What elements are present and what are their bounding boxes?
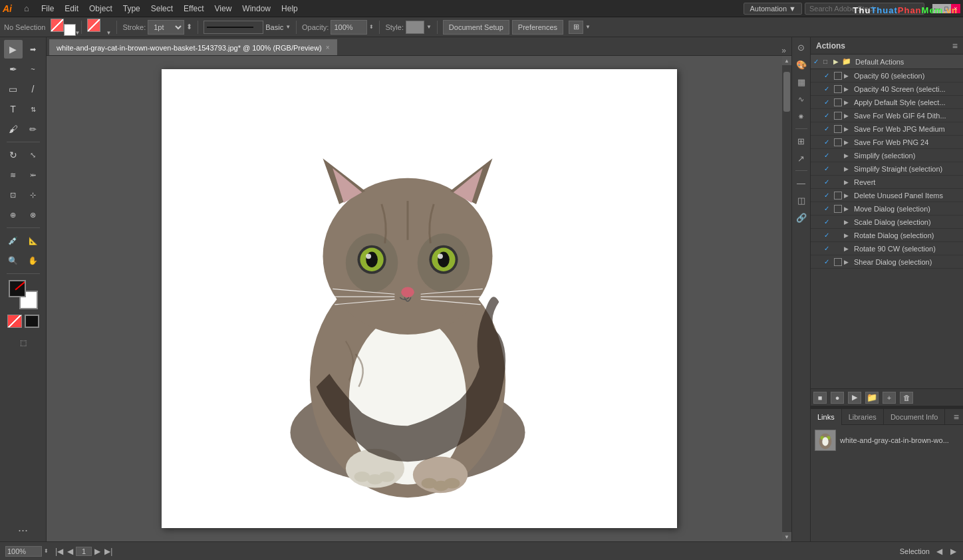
pen-tool[interactable]: ✒ [4,60,23,78]
menu-edit[interactable]: Edit [59,3,84,15]
link-item-0[interactable]: white-and-gray-cat-in-brown-wo... [813,428,960,453]
eyedropper-tool[interactable]: 💉 [4,231,23,250]
rotate-tool[interactable]: ↻ [4,146,23,164]
action-item-6[interactable]: ✓ ▶ Simplify (selection) [811,149,963,162]
home-icon[interactable]: ⌂ [17,0,36,18]
stop-action-button[interactable]: ■ [813,392,827,404]
selection-tool[interactable]: ▶ [4,40,23,59]
scroll-track[interactable] [782,65,791,532]
scroll-up-arrow[interactable]: ▲ [782,56,791,65]
color-swatches[interactable] [9,280,38,309]
fill-dropdown-icon[interactable]: ▼ [74,30,80,36]
action-item-14[interactable]: ✓ ▶ Shear Dialog (selection) [811,255,963,269]
pencil-tool[interactable]: ✏ [24,120,43,138]
stroke-panel-icon[interactable]: — [794,176,809,190]
prev-page-button[interactable]: ◀ [66,547,74,556]
brushes-icon[interactable]: ∿ [794,92,809,106]
play-action-button[interactable]: ▶ [848,392,861,404]
stroke-style-dropdown-icon[interactable]: ▼ [285,24,291,30]
record-action-button[interactable]: ● [831,392,844,404]
action-item-5[interactable]: ✓ ▶ Save For Web PNG 24 [811,136,963,149]
live-paint-tool[interactable]: ⊗ [24,206,43,224]
menu-select[interactable]: Select [146,3,178,15]
last-page-button[interactable]: ▶| [103,547,114,556]
type-tool[interactable]: T [4,100,23,118]
stroke-dropdown-icon[interactable]: ▼ [106,30,111,36]
symbols-icon[interactable]: ⁕ [794,109,809,124]
tab-close-icon[interactable]: × [326,44,330,51]
action-item-2[interactable]: ✓ ▶ Apply Default Style (select... [811,96,963,109]
action-item-3[interactable]: ✓ ▶ Save For Web GIF 64 Dith... [811,109,963,122]
stroke-up-down[interactable]: ⬍ [186,23,192,31]
menu-view[interactable]: View [209,3,237,15]
document-setup-button[interactable]: Document Setup [443,20,509,35]
line-tool[interactable]: / [24,80,43,98]
automation-button[interactable]: Automation ▼ [744,3,802,15]
menu-file[interactable]: File [36,3,59,15]
opacity-input[interactable] [331,20,367,35]
stroke-indicator[interactable] [25,315,39,328]
artboard-tool[interactable]: ⬚ [14,333,33,352]
action-item-0[interactable]: ✓ ▶ Opacity 60 (selection) [811,69,963,82]
fill-indicator[interactable] [7,315,22,328]
first-page-button[interactable]: |◀ [54,547,65,556]
rectangle-tool[interactable]: ▭ [4,80,23,98]
action-item-9[interactable]: ✓ ▶ Delete Unused Panel Items [811,189,963,202]
hand-tool[interactable]: ✋ [24,251,43,270]
gradient-icon[interactable]: ◫ [794,193,809,208]
action-item-13[interactable]: ✓ ▶ Rotate 90 CW (selection) [811,242,963,255]
action-item-12[interactable]: ✓ ▶ Rotate Dialog (selection) [811,229,963,242]
canvas-viewport[interactable] [47,56,791,541]
links-tab-docinfo[interactable]: Document Info [884,409,946,425]
action-item-7[interactable]: ✓ ▶ Simplify Straight (selection) [811,162,963,176]
direct-selection-tool[interactable]: ➡ [24,40,43,59]
transform-icon[interactable]: ↗ [794,151,809,166]
menu-window[interactable]: Window [237,3,276,15]
stroke-color-picker[interactable]: ▼ [87,19,108,36]
zoom-tool[interactable]: 🔍 [4,251,23,270]
stroke-weight-select[interactable]: 1pt [148,20,184,35]
shape-builder-tool[interactable]: ⊕ [4,206,23,224]
opacity-arrows[interactable]: ⬍ [369,24,374,30]
free-transform-tool[interactable]: ⊡ [4,186,23,204]
foreground-color-swatch[interactable] [9,280,26,297]
status-arrow-left[interactable]: ◀ [935,547,944,556]
links-tab-libraries[interactable]: Libraries [842,409,884,425]
tabs-collapse-icon[interactable]: » [779,46,789,55]
stroke-style-selector[interactable]: Basic ▼ [204,21,291,34]
scroll-thumb[interactable] [783,72,790,112]
arrange-icon[interactable]: ⊞ [569,21,583,34]
action-item-1[interactable]: ✓ ▶ Opacity 40 Screen (selecti... [811,82,963,96]
arrange-dropdown-icon[interactable]: ▼ [585,24,591,30]
paintbrush-tool[interactable]: 🖌 [4,120,23,138]
links-tab-links[interactable]: Links [811,409,842,425]
menu-object[interactable]: Object [84,3,118,15]
document-tab[interactable]: white-and-gray-cat-in-brown-woven-basket… [49,39,337,55]
preferences-button[interactable]: Preferences [512,20,563,35]
vertical-scrollbar[interactable]: ▲ ▼ [782,56,791,541]
action-item-11[interactable]: ✓ ▶ Scale Dialog (selection) [811,215,963,229]
new-action-button[interactable]: + [883,392,896,404]
align-icon[interactable]: ⊞ [794,134,809,148]
zoom-input[interactable] [5,546,42,557]
measure-tool[interactable]: 📐 [24,231,43,250]
menu-effect[interactable]: Effect [178,3,209,15]
fill-color-swatch[interactable] [51,19,64,32]
swatches-icon[interactable]: ▦ [794,74,809,89]
status-arrow-right[interactable]: ▶ [949,547,958,556]
next-page-button[interactable]: ▶ [93,547,102,556]
menu-help[interactable]: Help [276,3,303,15]
group-checkbox[interactable]: □ [823,58,831,65]
navigator-icon[interactable]: ⊙ [794,40,809,55]
touch-type-tool[interactable]: ⇅ [24,100,43,118]
action-item-8[interactable]: ✓ ▶ Revert [811,176,963,189]
more-tools-btn[interactable]: ··· [18,524,28,539]
links-icon[interactable]: 🔗 [794,210,809,225]
delete-action-button[interactable]: 🗑 [900,392,913,404]
style-dropdown-icon[interactable]: ▼ [426,24,432,30]
page-number-input[interactable] [76,547,92,556]
fill-stroke-selector[interactable]: ▼ [51,19,76,36]
style-swatch[interactable] [406,21,424,34]
puppet-warp-tool[interactable]: ⊹ [24,186,43,204]
width-tool[interactable]: ⤔ [24,166,43,184]
